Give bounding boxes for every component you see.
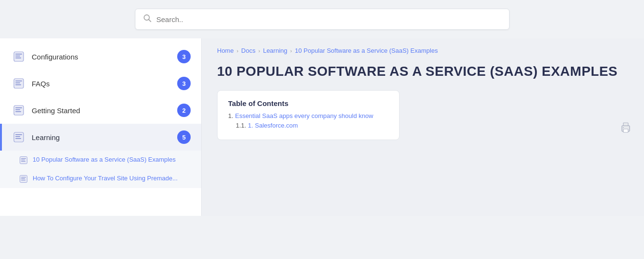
- svg-rect-8: [15, 82, 20, 83]
- breadcrumb-sep-2: ›: [258, 48, 260, 54]
- subitem-saas[interactable]: 10 Popular Software as a Service (SaaS) …: [0, 151, 201, 169]
- svg-rect-17: [15, 138, 21, 139]
- sidebar-item-configurations[interactable]: Configurations 3: [0, 43, 201, 70]
- svg-rect-11: [15, 107, 22, 108]
- svg-rect-10: [14, 106, 24, 115]
- svg-rect-6: [14, 79, 24, 88]
- top-bar: [0, 0, 644, 38]
- getting-started-icon: [12, 104, 25, 117]
- svg-rect-25: [21, 180, 25, 180]
- subitem-configure-icon: [19, 175, 28, 183]
- configurations-badge: 3: [177, 50, 191, 63]
- getting-started-badge: 2: [177, 104, 191, 117]
- svg-rect-21: [21, 161, 25, 162]
- sidebar-item-learning[interactable]: Learning 5: [0, 124, 201, 151]
- svg-rect-4: [15, 56, 20, 57]
- svg-rect-12: [15, 109, 20, 110]
- svg-rect-20: [21, 160, 25, 160]
- configurations-label: Configurations: [32, 53, 177, 61]
- sidebar-item-getting-started[interactable]: Getting Started 2: [0, 97, 201, 124]
- breadcrumb: Home › Docs › Learning › 10 Popular Soft…: [217, 47, 629, 54]
- sidebar-subitems: 10 Popular Software as a Service (SaaS) …: [0, 151, 201, 188]
- svg-rect-19: [21, 158, 26, 159]
- svg-rect-15: [15, 134, 22, 135]
- breadcrumb-home[interactable]: Home: [217, 47, 234, 54]
- subitem-configure[interactable]: How To Configure Your Travel Site Using …: [0, 169, 201, 188]
- svg-rect-9: [15, 84, 21, 85]
- svg-rect-24: [21, 178, 25, 179]
- learning-icon: [12, 131, 25, 143]
- toc-card: Table of Contents 1. Essential SaaS apps…: [217, 90, 400, 140]
- sidebar-item-faqs[interactable]: FAQs 3: [0, 70, 201, 97]
- subitem-saas-label: 10 Popular Software as a Service (SaaS) …: [33, 155, 176, 164]
- toc-subitem-1-1-link[interactable]: 1. Salesforce.com: [248, 122, 298, 129]
- getting-started-label: Getting Started: [32, 106, 177, 115]
- faqs-icon: [12, 77, 25, 90]
- learning-label: Learning: [32, 133, 177, 141]
- sidebar: Configurations 3 FAQs 3: [0, 38, 202, 216]
- svg-rect-28: [623, 129, 628, 132]
- toc-subitem-1-1-number: 1.1.: [236, 122, 246, 129]
- faqs-label: FAQs: [32, 80, 177, 88]
- subitem-saas-icon: [19, 156, 28, 165]
- main-layout: Configurations 3 FAQs 3: [0, 38, 644, 216]
- breadcrumb-learning[interactable]: Learning: [263, 47, 288, 54]
- print-icon[interactable]: [619, 121, 632, 138]
- svg-line-1: [148, 20, 151, 22]
- svg-rect-23: [21, 177, 26, 177]
- toc-item-1-number: 1.: [228, 112, 233, 119]
- learning-badge: 5: [177, 130, 191, 144]
- svg-rect-14: [14, 132, 24, 142]
- breadcrumb-docs[interactable]: Docs: [241, 47, 255, 54]
- svg-rect-16: [15, 136, 20, 137]
- toc-subitem-1-1: 1.1. 1. Salesforce.com: [228, 122, 389, 129]
- svg-rect-5: [15, 58, 21, 59]
- search-input[interactable]: [157, 15, 501, 24]
- search-container: [135, 9, 510, 30]
- page-title: 10 POPULAR SOFTWARE AS A SERVICE (SAAS) …: [217, 63, 629, 80]
- svg-rect-27: [623, 123, 628, 126]
- breadcrumb-sep-1: ›: [237, 48, 239, 54]
- faqs-badge: 3: [177, 77, 191, 90]
- svg-rect-13: [15, 111, 21, 112]
- subitem-configure-label: How To Configure Your Travel Site Using …: [33, 174, 178, 183]
- content-area: Home › Docs › Learning › 10 Popular Soft…: [202, 38, 644, 216]
- toc-item-1-link[interactable]: Essential SaaS apps every company should…: [235, 112, 373, 119]
- svg-rect-7: [15, 81, 22, 82]
- configurations-icon: [12, 50, 25, 63]
- svg-point-29: [623, 127, 624, 128]
- svg-rect-3: [15, 54, 22, 55]
- search-icon: [143, 14, 152, 24]
- toc-heading: Table of Contents: [228, 99, 389, 107]
- toc-item-1: 1. Essential SaaS apps every company sho…: [228, 112, 389, 119]
- svg-rect-2: [14, 52, 24, 61]
- breadcrumb-current: 10 Popular Software as a Service (SaaS) …: [295, 47, 438, 54]
- breadcrumb-sep-3: ›: [290, 48, 292, 54]
